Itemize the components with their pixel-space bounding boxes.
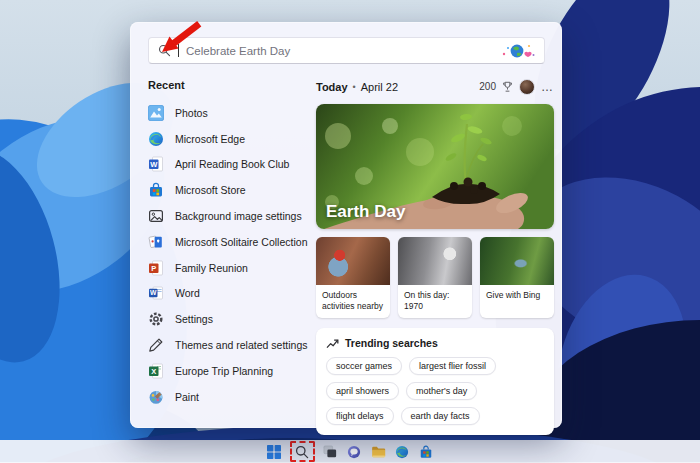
task-view-icon <box>323 445 337 459</box>
card-label: Outdoors activities nearby <box>316 285 390 318</box>
earth-day-globe-icon <box>501 42 535 60</box>
on-this-day-card-image <box>398 237 472 285</box>
text-cursor <box>178 44 179 57</box>
recent-item-label: Family Reunion <box>175 262 248 274</box>
search-placeholder: Celebrate Earth Day <box>186 45 494 57</box>
word-app-icon: W <box>148 285 164 301</box>
card-on-this-day[interactable]: On this day: 1970 <box>398 237 472 318</box>
word-document-icon: W <box>148 156 164 172</box>
card-label: Give with Bing <box>480 285 554 316</box>
recent-item-label: Microsoft Store <box>175 184 246 196</box>
recent-item-label: Word <box>175 287 200 299</box>
svg-text:X: X <box>151 367 156 376</box>
card-outdoors-activities[interactable]: Outdoors activities nearby <box>316 237 390 318</box>
recent-item-microsoft-store[interactable]: Microsoft Store <box>148 177 310 203</box>
rewards-trophy-icon[interactable] <box>502 81 513 93</box>
today-separator: • <box>353 82 356 92</box>
solitaire-icon <box>148 234 164 250</box>
recent-item-label: Photos <box>175 107 208 119</box>
recent-item-family-reunion[interactable]: P Family Reunion <box>148 255 310 281</box>
card-give-with-bing[interactable]: Give with Bing <box>480 237 554 318</box>
trending-chip[interactable]: earth day facts <box>401 407 480 425</box>
edge-icon <box>148 131 164 147</box>
recent-item-themes-and-related-settings[interactable]: Themes and related settings <box>148 332 310 358</box>
recent-item-label: Paint <box>175 391 199 403</box>
taskbar-search-button[interactable] <box>295 444 310 459</box>
more-menu-button[interactable]: … <box>541 83 554 91</box>
store-icon <box>148 182 164 198</box>
trending-chip[interactable]: april showers <box>326 382 399 400</box>
recent-item-label: Microsoft Edge <box>175 133 245 145</box>
avatar[interactable] <box>519 79 535 95</box>
recent-item-photos[interactable]: Photos <box>148 100 310 126</box>
today-label: Today <box>316 81 348 93</box>
svg-text:P: P <box>151 264 156 273</box>
feed-cards: Outdoors activities nearby On this day: … <box>316 237 554 318</box>
recent-item-label: Europe Trip Planning <box>175 365 273 377</box>
windows-logo-icon <box>267 445 281 459</box>
task-view-button[interactable] <box>323 444 338 459</box>
chat-icon <box>347 445 361 459</box>
recent-item-settings[interactable]: Settings <box>148 306 310 332</box>
recent-item-word[interactable]: W Word <box>148 281 310 307</box>
pencil-icon <box>148 337 164 353</box>
recent-item-label: Themes and related settings <box>175 339 308 351</box>
today-header: Today • April 22 200 … <box>316 79 554 94</box>
trending-chips: soccer games largest flier fossil april … <box>326 357 544 425</box>
excel-document-icon: X <box>148 363 164 379</box>
trending-chip[interactable]: flight delays <box>326 407 394 425</box>
edge-button[interactable] <box>395 444 410 459</box>
paint-icon <box>148 389 164 405</box>
edge-icon <box>395 445 409 459</box>
svg-text:W: W <box>150 290 157 297</box>
search-icon <box>158 44 171 57</box>
svg-text:W: W <box>150 160 158 169</box>
recent-section: Recent Photos Microsoft Edge W April Rea… <box>148 79 310 410</box>
recent-item-april-reading-book-club[interactable]: W April Reading Book Club <box>148 152 310 178</box>
search-icon <box>295 445 309 459</box>
recent-list: Photos Microsoft Edge W April Reading Bo… <box>148 100 310 410</box>
card-label: On this day: 1970 <box>398 285 472 318</box>
trending-icon <box>326 338 339 349</box>
taskbar <box>0 440 700 463</box>
image-settings-icon <box>148 208 164 224</box>
recent-item-label: Settings <box>175 313 213 325</box>
start-button[interactable] <box>267 444 282 459</box>
recent-item-background-image-settings[interactable]: Background image settings <box>148 203 310 229</box>
annotation-dashed-box <box>290 441 315 462</box>
recent-item-microsoft-edge[interactable]: Microsoft Edge <box>148 126 310 152</box>
give-with-bing-card-image <box>480 237 554 285</box>
today-feed: Today • April 22 200 … <box>316 79 554 435</box>
recent-item-label: Background image settings <box>175 210 302 222</box>
chat-button[interactable] <box>347 444 362 459</box>
outdoors-card-image <box>316 237 390 285</box>
photos-icon <box>148 105 164 121</box>
recent-item-microsoft-solitaire-collection[interactable]: Microsoft Solitaire Collection <box>148 229 310 255</box>
recent-item-label: Microsoft Solitaire Collection <box>175 236 307 248</box>
recent-item-paint[interactable]: Paint <box>148 384 310 410</box>
search-input[interactable]: Celebrate Earth Day <box>148 37 545 64</box>
file-explorer-button[interactable] <box>371 444 386 459</box>
hero-card-title: Earth Day <box>326 202 405 222</box>
trending-chip[interactable]: largest flier fossil <box>409 357 496 375</box>
recent-title: Recent <box>148 79 310 91</box>
rewards-points[interactable]: 200 <box>479 81 496 92</box>
search-panel: Celebrate Earth Day Recent Photos <box>130 22 562 428</box>
trending-searches-card: Trending searches soccer games largest f… <box>316 328 554 435</box>
gear-icon <box>148 311 164 327</box>
trending-chip[interactable]: soccer games <box>326 357 402 375</box>
trending-title: Trending searches <box>345 337 438 349</box>
powerpoint-document-icon: P <box>148 260 164 276</box>
today-date: April 22 <box>361 81 398 93</box>
trending-chip[interactable]: mother's day <box>406 382 477 400</box>
store-button[interactable] <box>419 444 434 459</box>
hero-card-earth-day[interactable]: Earth Day <box>316 104 554 229</box>
folder-icon <box>371 445 386 459</box>
recent-item-label: April Reading Book Club <box>175 158 289 170</box>
recent-item-europe-trip-planning[interactable]: X Europe Trip Planning <box>148 358 310 384</box>
store-icon <box>419 445 433 459</box>
